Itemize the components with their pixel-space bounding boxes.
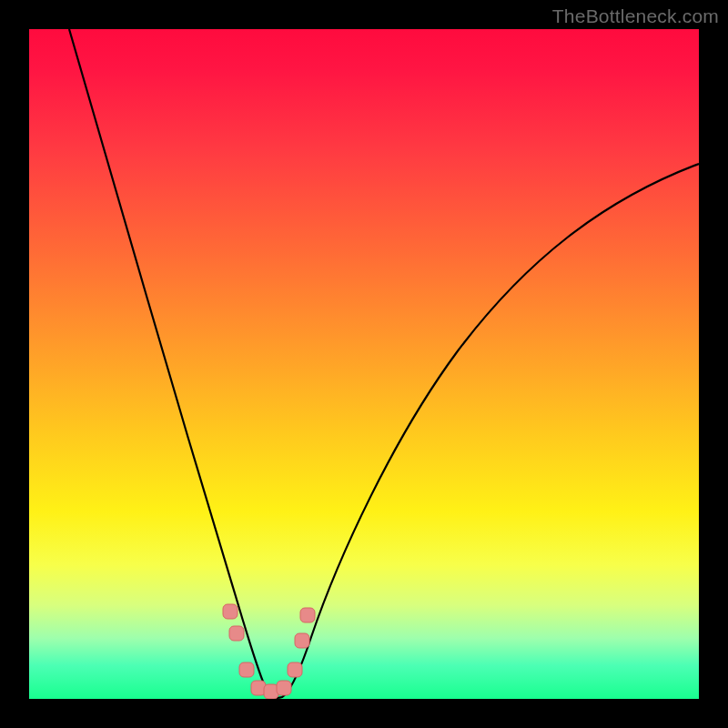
marker-point: [229, 626, 244, 641]
marker-point: [300, 608, 315, 622]
marker-point: [288, 662, 302, 677]
curve-layer: [29, 29, 699, 699]
watermark-text: TheBottleneck.com: [552, 5, 719, 27]
marker-point: [223, 604, 238, 619]
valley-markers: [223, 604, 315, 699]
plot-area: [29, 29, 699, 699]
marker-point: [239, 662, 254, 677]
chart-frame: TheBottleneck.com: [0, 0, 728, 728]
marker-point: [277, 681, 291, 695]
bottleneck-curve: [69, 29, 699, 698]
marker-point: [295, 633, 309, 648]
